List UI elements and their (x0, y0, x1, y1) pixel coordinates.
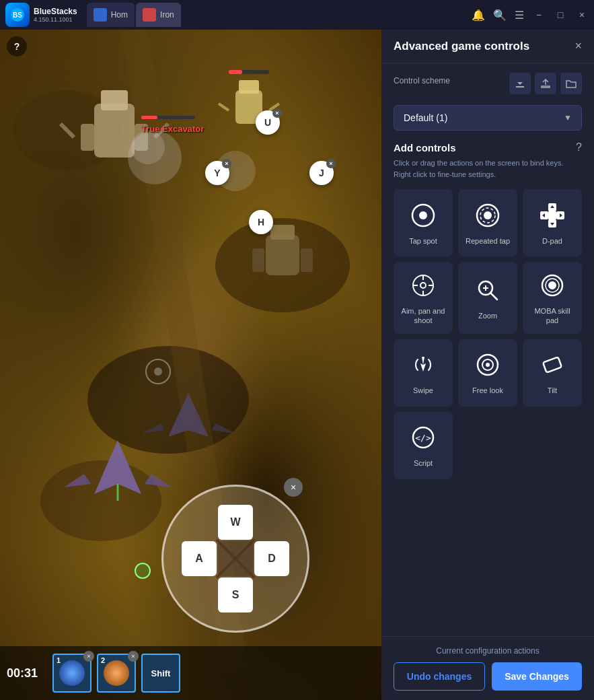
tab-home[interactable]: Hom (87, 3, 135, 27)
panel-close-button[interactable]: × (574, 39, 582, 53)
panel-header: Advanced game controls × (381, 30, 594, 63)
svg-rect-9 (94, 104, 135, 158)
zoom-icon (472, 275, 503, 306)
control-moba-skill-pad[interactable]: MOBA skill pad (523, 262, 582, 334)
control-swipe[interactable]: Swipe (394, 339, 453, 407)
panel-footer: Current configuration actions Undo chang… (381, 636, 594, 700)
panel-body: Control scheme (381, 63, 594, 636)
dpad-circle: W A D S (161, 485, 309, 633)
tab-home-icon (94, 8, 107, 22)
dpad-close-button[interactable]: × (284, 478, 303, 497)
swipe-label: Swipe (413, 386, 433, 395)
free-look-icon (472, 349, 503, 380)
hp-bar-fill (141, 116, 157, 119)
svg-point-38 (484, 211, 492, 219)
menu-icon[interactable]: ☰ (515, 9, 524, 22)
ability-slot-2[interactable]: 2 × (97, 654, 136, 693)
control-tilt[interactable]: Tilt (523, 339, 582, 407)
svg-rect-16 (239, 80, 259, 94)
close-window-button[interactable]: × (575, 8, 589, 22)
svg-rect-66 (543, 357, 562, 373)
game-area: ? True Excavator U × Y × J × H (0, 30, 381, 700)
key-badge-j[interactable]: J × (309, 161, 334, 185)
dpad-control-icon (537, 200, 568, 231)
main-area: ? True Excavator U × Y × J × H (0, 30, 594, 700)
add-controls-title: Add controls (394, 142, 456, 153)
ability-slot-1[interactable]: 1 × (52, 654, 91, 693)
svg-line-56 (490, 293, 497, 300)
controls-grid: Tap spot Repeated tap (394, 189, 582, 479)
aim-pan-shoot-icon (408, 270, 439, 301)
svg-point-8 (154, 368, 162, 376)
scheme-dropdown-value: Default (1) (404, 112, 447, 123)
add-controls-help-icon[interactable]: ? (576, 141, 582, 153)
tab-iron-icon (143, 8, 156, 22)
scheme-actions (509, 73, 582, 94)
right-panel: Advanced game controls × Control scheme (381, 30, 594, 700)
export-scheme-button[interactable] (535, 73, 556, 94)
control-repeated-tap[interactable]: Repeated tap (458, 189, 517, 256)
svg-line-17 (219, 104, 229, 110)
ability-2-icon (104, 660, 129, 686)
svg-rect-10 (101, 90, 128, 110)
key-badge-j-close[interactable]: × (326, 159, 336, 168)
search-icon[interactable]: 🔍 (493, 9, 507, 22)
tab-home-label: Hom (111, 10, 128, 20)
svg-rect-24 (301, 248, 313, 272)
shift-key-slot[interactable]: Shift (141, 654, 180, 693)
maximize-button[interactable]: □ (554, 8, 567, 22)
key-badge-h[interactable]: H (249, 210, 273, 234)
key-badge-y-close[interactable]: × (222, 159, 231, 168)
svg-point-65 (486, 363, 490, 367)
import-scheme-button[interactable] (509, 73, 531, 94)
tilt-icon (537, 349, 568, 380)
ability-1-number: 1 (57, 656, 61, 664)
control-scheme-row: Control scheme (394, 73, 582, 94)
control-scheme-label: Control scheme (394, 76, 450, 85)
tab-bar: Hom Iron (87, 3, 468, 27)
save-changes-button[interactable]: Save Changes (492, 662, 582, 691)
notification-icon[interactable]: 🔔 (472, 9, 485, 22)
script-label: Script (414, 458, 433, 468)
tap-spot-label: Tap spot (409, 236, 437, 246)
svg-point-36 (419, 211, 427, 219)
svg-rect-23 (252, 248, 264, 272)
window-controls: 🔔 🔍 ☰ − □ × (472, 8, 589, 22)
key-badge-u[interactable]: U × (256, 110, 280, 135)
help-button[interactable]: ? (7, 36, 27, 57)
dpad-center (218, 541, 253, 576)
tab-iron[interactable]: Iron (136, 3, 181, 27)
tap-spot-icon (408, 200, 439, 231)
svg-point-33 (131, 131, 165, 164)
dpad-control-label: D-pad (542, 236, 562, 246)
control-aim-pan-shoot[interactable]: Aim, pan and shoot (394, 262, 453, 334)
unit-label: True Excavator (141, 124, 204, 134)
app-name: BlueStacks (34, 7, 77, 16)
svg-rect-22 (270, 225, 295, 240)
moba-skill-pad-label: MOBA skill pad (528, 306, 577, 326)
control-dpad[interactable]: D-pad (523, 189, 582, 256)
control-free-look[interactable]: Free look (458, 339, 517, 407)
game-background: ? True Excavator U × Y × J × H (0, 30, 381, 700)
folder-scheme-button[interactable] (560, 73, 582, 94)
add-controls-description: Click or drag the actions on the screen … (394, 158, 582, 180)
ability-1-close[interactable]: × (83, 651, 94, 662)
moba-skill-pad-icon (537, 270, 568, 301)
control-script[interactable]: </> Script (394, 412, 453, 479)
panel-title: Advanced game controls (394, 40, 529, 53)
dpad-x-decoration (209, 532, 262, 586)
control-zoom[interactable]: Zoom (458, 262, 517, 334)
control-tap-spot[interactable]: Tap spot (394, 189, 453, 256)
footer-buttons: Undo changes Save Changes (394, 662, 582, 691)
key-badge-y[interactable]: Y × (205, 161, 229, 185)
key-badge-u-close[interactable]: × (272, 108, 282, 118)
undo-changes-button[interactable]: Undo changes (394, 662, 485, 691)
minimize-button[interactable]: − (532, 8, 546, 22)
svg-rect-44 (548, 211, 556, 219)
app-version: 4.150.11.1001 (34, 16, 77, 23)
ability-2-close[interactable]: × (128, 651, 139, 662)
scheme-dropdown[interactable]: Default (1) ▼ (394, 105, 582, 131)
ability-1-icon (59, 660, 85, 686)
title-bar: BS BlueStacks 4.150.11.1001 Hom Iron 🔔 🔍… (0, 0, 594, 30)
tilt-label: Tilt (548, 386, 557, 395)
